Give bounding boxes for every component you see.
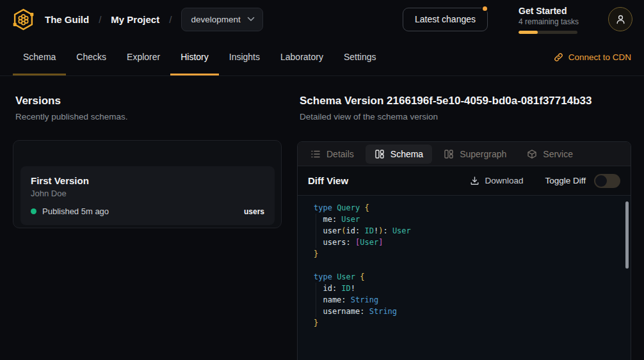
breadcrumb-separator: / bbox=[169, 14, 172, 25]
code-token: id: bbox=[314, 284, 341, 293]
layout-columns-icon bbox=[374, 149, 385, 159]
cube-icon bbox=[527, 149, 537, 159]
code-token: User bbox=[337, 272, 355, 281]
breadcrumb: The Guild / My Project / development bbox=[12, 8, 263, 31]
code-token: String bbox=[351, 295, 378, 304]
code-token: ( bbox=[341, 226, 346, 235]
code-token: { bbox=[365, 203, 369, 212]
code-token: User bbox=[392, 226, 411, 235]
code-line: id: ID! bbox=[314, 283, 631, 294]
code-block: type Query { me: User user(id: ID!): Use… bbox=[314, 202, 631, 329]
code-line: } bbox=[314, 248, 631, 260]
get-started-progress-track bbox=[519, 31, 577, 34]
connect-to-cdn-label: Connect to CDN bbox=[568, 52, 631, 62]
detail-tab-label: Schema bbox=[390, 149, 423, 159]
nav-tab-explorer[interactable]: Explorer bbox=[117, 38, 170, 75]
version-title: First Version bbox=[31, 175, 264, 187]
code-token: : bbox=[383, 226, 392, 235]
code-token: ID bbox=[365, 226, 374, 235]
code-token: ID bbox=[341, 284, 350, 293]
project-name[interactable]: My Project bbox=[111, 14, 159, 25]
notification-dot bbox=[481, 5, 488, 12]
code-token: type bbox=[314, 203, 332, 212]
code-token: users: bbox=[314, 238, 355, 247]
code-scrollbar-thumb[interactable] bbox=[625, 201, 629, 269]
detail-tab-strip: Details Schema bbox=[298, 142, 631, 166]
connect-to-cdn-button[interactable]: Connect to CDN bbox=[554, 38, 631, 75]
detail-tab-label: Supergraph bbox=[460, 149, 506, 159]
code-token: User bbox=[360, 238, 378, 247]
latest-changes-label: Latest changes bbox=[415, 14, 476, 24]
code-token: type bbox=[314, 272, 332, 281]
version-detail-box: Details Schema bbox=[297, 141, 631, 360]
nav-tab-insights[interactable]: Insights bbox=[219, 38, 270, 75]
nav-tab-label: Insights bbox=[229, 52, 260, 62]
toggle-diff-label: Toggle Diff bbox=[545, 176, 586, 185]
user-menu-button[interactable] bbox=[608, 7, 632, 31]
schema-code-viewer[interactable]: type Query { me: User user(id: ID!): Use… bbox=[298, 196, 631, 360]
guild-logo-icon[interactable] bbox=[12, 8, 35, 31]
code-line: } bbox=[314, 317, 631, 329]
code-line: users: [User] bbox=[314, 237, 631, 248]
latest-changes-button[interactable]: Latest changes bbox=[403, 8, 488, 31]
versions-subtitle: Recently published schemas. bbox=[15, 111, 282, 123]
nav-tab-label: Laboratory bbox=[280, 52, 323, 62]
target-selector-value: development bbox=[191, 15, 240, 24]
detail-tab-schema[interactable]: Schema bbox=[366, 145, 432, 164]
detail-tab-label: Details bbox=[326, 149, 354, 159]
nav-tab-schema[interactable]: Schema bbox=[13, 38, 66, 75]
code-line bbox=[314, 260, 631, 271]
detail-tab-supergraph[interactable]: Supergraph bbox=[435, 145, 515, 164]
versions-title: Versions bbox=[15, 94, 282, 107]
chevron-down-icon bbox=[247, 17, 255, 22]
toggle-diff-switch[interactable] bbox=[594, 174, 620, 188]
header-actions: Latest changes Get Started 4 remaining t… bbox=[403, 5, 632, 34]
code-line: user(id: ID!): User bbox=[314, 225, 631, 237]
detail-tab-service[interactable]: Service bbox=[518, 145, 582, 164]
code-token: ] bbox=[378, 238, 383, 247]
breadcrumb-separator: / bbox=[99, 14, 101, 25]
code-token: me: bbox=[314, 215, 341, 224]
code-token: User bbox=[341, 215, 360, 224]
code-token: String bbox=[369, 307, 397, 316]
indent-guide bbox=[316, 283, 316, 317]
toggle-diff-knob bbox=[595, 175, 607, 187]
version-status: Published 5m ago bbox=[42, 207, 109, 216]
get-started-widget[interactable]: Get Started 4 remaining tasks bbox=[519, 5, 577, 34]
app-header: The Guild / My Project / development Lat… bbox=[0, 0, 644, 38]
diff-toolbar: Diff View Download Toggle Diff bbox=[298, 166, 631, 196]
download-button[interactable]: Download bbox=[470, 176, 523, 185]
service-badge: users bbox=[244, 207, 264, 216]
code-token: user bbox=[314, 226, 341, 235]
code-line: username: String bbox=[314, 306, 631, 317]
code-token: } bbox=[314, 249, 318, 258]
org-name[interactable]: The Guild bbox=[45, 14, 89, 25]
target-selector[interactable]: development bbox=[181, 8, 262, 31]
nav-tab-settings[interactable]: Settings bbox=[334, 38, 387, 75]
layout-columns-icon bbox=[444, 149, 454, 159]
code-line: type Query { bbox=[314, 202, 631, 214]
versions-list: First Version John Doe Published 5m ago … bbox=[13, 140, 282, 228]
nav-tab-label: Settings bbox=[344, 52, 376, 62]
download-icon bbox=[470, 176, 479, 185]
code-token: username: bbox=[314, 307, 369, 316]
version-detail-title: Schema Version 2166196f-5e10-4059-bd0a-0… bbox=[300, 94, 631, 107]
code-token: Query bbox=[337, 203, 360, 212]
code-token: { bbox=[360, 272, 364, 281]
get-started-subtitle: 4 remaining tasks bbox=[519, 17, 577, 27]
diff-view-title: Diff View bbox=[308, 175, 348, 186]
nav-tab-history[interactable]: History bbox=[170, 38, 219, 75]
nav-tab-checks[interactable]: Checks bbox=[66, 38, 117, 75]
code-token: ! bbox=[351, 284, 355, 293]
nav-tab-label: Explorer bbox=[127, 52, 160, 62]
versions-panel: Versions Recently published schemas. Fir… bbox=[13, 94, 282, 360]
nav-tab-laboratory[interactable]: Laboratory bbox=[270, 38, 334, 75]
version-list-item[interactable]: First Version John Doe Published 5m ago … bbox=[20, 166, 275, 225]
get-started-title: Get Started bbox=[519, 5, 577, 17]
code-token bbox=[360, 203, 364, 212]
nav-tab-label: Schema bbox=[23, 52, 56, 62]
version-detail-subtitle: Detailed view of the schema version bbox=[300, 111, 631, 123]
link-icon bbox=[554, 52, 563, 62]
detail-tab-details[interactable]: Details bbox=[302, 145, 363, 164]
download-label: Download bbox=[485, 176, 523, 185]
